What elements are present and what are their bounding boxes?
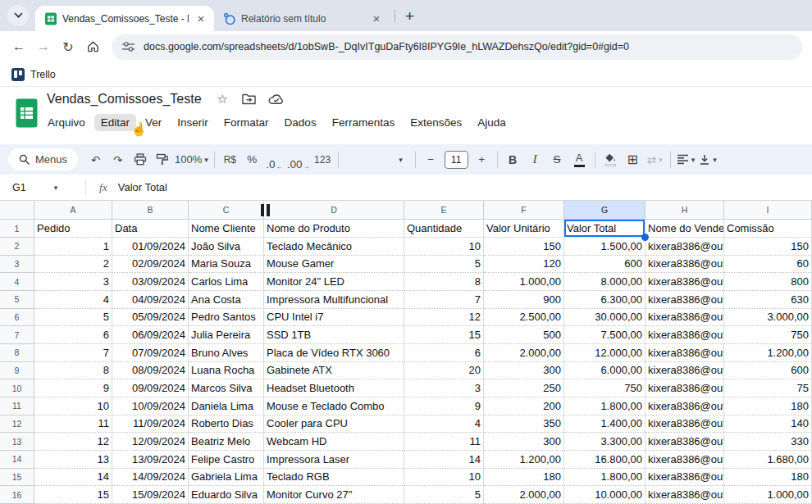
cell-G14[interactable]: 16.800,00: [564, 451, 645, 469]
cell-C12[interactable]: Roberto Dias: [189, 415, 264, 434]
move-folder-icon[interactable]: [242, 93, 256, 105]
cell-E4[interactable]: 8: [404, 273, 484, 291]
star-icon[interactable]: ☆: [217, 92, 228, 107]
column-header-F[interactable]: F: [484, 201, 564, 220]
fill-color-button[interactable]: [600, 148, 622, 170]
menu-ver[interactable]: Ver: [139, 114, 168, 131]
cell-G16[interactable]: 10.000,00: [564, 486, 645, 504]
cell-B8[interactable]: 07/09/2024: [112, 344, 189, 362]
cell-F10[interactable]: 250: [484, 379, 564, 397]
cell-H12[interactable]: kixera8386@out: [645, 415, 724, 434]
cell-I3[interactable]: 60: [724, 256, 812, 274]
cell-B11[interactable]: 10/09/2024: [112, 397, 189, 415]
column-header-B[interactable]: B: [112, 201, 189, 220]
cell-H14[interactable]: kixera8386@out: [645, 451, 724, 469]
cell-A13[interactable]: 12: [34, 433, 112, 451]
cell-A12[interactable]: 11: [34, 415, 112, 434]
cell-E15[interactable]: 10: [404, 469, 484, 487]
row-header-8[interactable]: 8: [0, 344, 34, 362]
cell-B2[interactable]: 01/09/2024: [112, 238, 189, 256]
cell-F3[interactable]: 120: [484, 256, 564, 274]
cell-A11[interactable]: 10: [34, 397, 112, 415]
row-header-7[interactable]: 7: [0, 326, 34, 344]
cell-G9[interactable]: 6.000,00: [564, 362, 645, 380]
name-box[interactable]: G1 ▾: [0, 182, 79, 193]
cell-D1[interactable]: Nome do Produto: [264, 220, 404, 238]
cell-A1[interactable]: Pedido: [34, 220, 112, 238]
fill-handle[interactable]: [641, 234, 649, 241]
cell-E8[interactable]: 6: [404, 344, 484, 362]
cell-A10[interactable]: 9: [34, 379, 112, 397]
row-header-10[interactable]: 10: [0, 379, 34, 397]
cell-H13[interactable]: kixera8386@out: [645, 433, 724, 451]
cell-B3[interactable]: 02/09/2024: [112, 256, 189, 274]
grid-corner[interactable]: [0, 201, 34, 220]
cell-A14[interactable]: 13: [34, 451, 112, 469]
cell-D6[interactable]: CPU Intel i7: [264, 309, 404, 327]
menu-arquivo[interactable]: Arquivo: [41, 114, 92, 131]
cell-A5[interactable]: 4: [34, 291, 112, 309]
cell-E6[interactable]: 12: [404, 309, 484, 327]
cell-G2[interactable]: 1.500,00: [564, 238, 645, 256]
cell-I5[interactable]: 630: [724, 291, 812, 309]
cell-G7[interactable]: 7.500,00: [564, 326, 645, 344]
row-header-16[interactable]: 16: [0, 486, 34, 504]
new-tab-button[interactable]: +: [399, 7, 421, 25]
cell-H7[interactable]: kixera8386@out: [645, 326, 724, 344]
cell-F9[interactable]: 300: [484, 362, 564, 380]
cell-G1[interactable]: Valor Total: [564, 220, 645, 238]
cell-C14[interactable]: Felipe Castro: [189, 451, 264, 469]
row-header-3[interactable]: 3: [0, 256, 34, 274]
increase-decimal-button[interactable]: .00 →: [285, 148, 312, 170]
row-header-4[interactable]: 4: [0, 273, 34, 291]
forward-button[interactable]: →: [31, 34, 56, 59]
cell-A6[interactable]: 5: [34, 309, 112, 327]
cell-F7[interactable]: 500: [484, 326, 564, 344]
cell-G11[interactable]: 1.800,00: [564, 397, 645, 415]
cell-F13[interactable]: 300: [484, 433, 564, 451]
menu-editar[interactable]: Editar: [94, 114, 136, 131]
format-percent-button[interactable]: %: [241, 148, 263, 170]
cell-E3[interactable]: 5: [404, 256, 484, 274]
tab-close-icon[interactable]: ×: [369, 11, 384, 26]
cell-A15[interactable]: 14: [34, 469, 112, 487]
cell-E1[interactable]: Quantidade: [404, 220, 484, 238]
font-size-input[interactable]: 11: [445, 151, 468, 169]
increase-font-size-button[interactable]: +: [471, 148, 493, 170]
cell-A2[interactable]: 1: [34, 238, 112, 256]
cell-D10[interactable]: Headset Bluetooth: [264, 379, 404, 397]
home-button[interactable]: [80, 34, 105, 59]
column-header-C[interactable]: C: [189, 201, 264, 220]
cell-E7[interactable]: 15: [404, 326, 484, 344]
tab-close-icon[interactable]: ×: [194, 11, 208, 26]
toolbar-search-button[interactable]: Menus: [8, 148, 78, 170]
menu-extensões[interactable]: Extensões: [404, 114, 468, 131]
menu-ferramentas[interactable]: Ferramentas: [326, 114, 402, 131]
cell-A4[interactable]: 3: [34, 273, 112, 291]
column-header-E[interactable]: E: [404, 201, 484, 220]
format-currency-button[interactable]: R$: [219, 148, 241, 170]
cell-C9[interactable]: Luana Rocha: [189, 362, 264, 380]
cloud-status-icon[interactable]: [268, 93, 285, 105]
cell-D14[interactable]: Impressora Laser: [264, 451, 404, 469]
cell-H11[interactable]: kixera8386@out: [645, 397, 724, 415]
cell-C11[interactable]: Daniela Lima: [189, 397, 264, 415]
cell-C2[interactable]: João Silva: [189, 238, 264, 256]
cell-G8[interactable]: 12.000,00: [564, 344, 645, 362]
redo-button[interactable]: ↷: [107, 148, 129, 170]
cell-I13[interactable]: 330: [724, 433, 812, 451]
cell-D5[interactable]: Impressora Multifuncional: [264, 291, 404, 309]
cell-D8[interactable]: Placa de Vídeo RTX 3060: [264, 344, 404, 362]
cell-E14[interactable]: 14: [404, 451, 484, 469]
cell-G10[interactable]: 750: [564, 379, 645, 397]
back-button[interactable]: ←: [7, 34, 31, 59]
cell-E11[interactable]: 9: [404, 397, 484, 415]
cell-C1[interactable]: Nome Cliente: [189, 220, 264, 238]
cell-I11[interactable]: 180: [724, 397, 812, 415]
cell-B10[interactable]: 09/09/2024: [112, 379, 189, 397]
text-color-button[interactable]: A: [568, 148, 591, 170]
cell-H8[interactable]: kixera8386@out: [645, 344, 724, 362]
cell-C10[interactable]: Marcos Silva: [189, 379, 264, 397]
decrease-font-size-button[interactable]: −: [420, 148, 442, 170]
cell-I8[interactable]: 1.200,00: [724, 344, 812, 362]
